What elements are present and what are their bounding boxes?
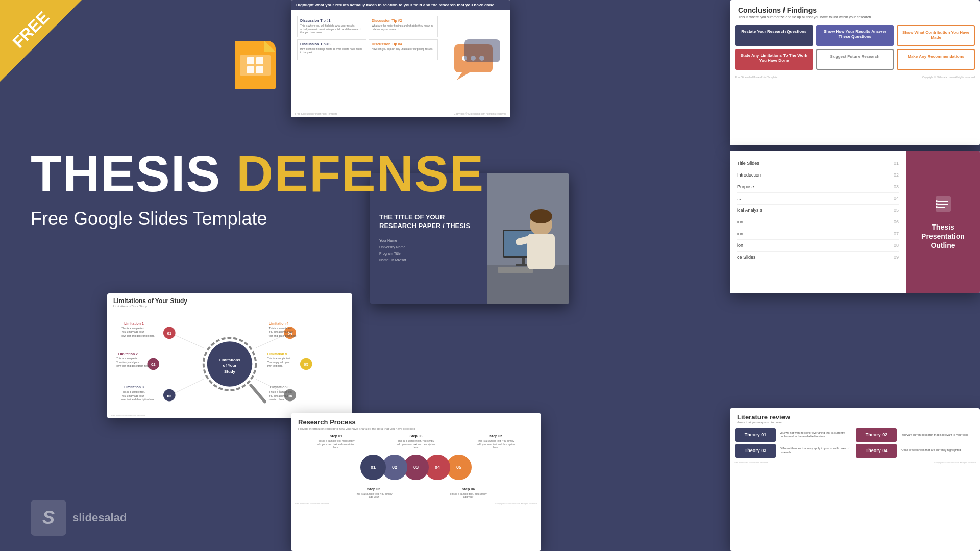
subtitle-rest: Google Slides Template bbox=[74, 208, 267, 229]
disc-tips: Discussion Tip #1 This is where you will… bbox=[291, 10, 444, 114]
slide-toc: Title Slides 01 Introduction 02 Purpose … bbox=[730, 151, 980, 293]
res-footer: Free Slidesalad PowerPoint Template Copy… bbox=[291, 501, 541, 506]
toc-item-6: ion 06 bbox=[737, 216, 899, 228]
disc-slide-header: Highlight what your results actually mea… bbox=[291, 0, 510, 10]
toc-num-6: 06 bbox=[894, 219, 899, 224]
lit-title: Literature review bbox=[737, 413, 973, 421]
res-title: Research Process bbox=[298, 418, 534, 426]
svg-text:of Your: of Your bbox=[223, 363, 237, 368]
concl-footer-right: Copyright © Slidesalad.com All rights re… bbox=[922, 76, 975, 79]
toc-item-9: ce Slides 09 bbox=[737, 252, 899, 263]
step05-title: Step 05 bbox=[476, 434, 517, 438]
lit-footer: Free Slidesalad PowerPoint Template Copy… bbox=[730, 460, 980, 465]
concl-grid: Restate Your Research Questions Show How… bbox=[730, 21, 980, 74]
lim-diagram: Limitations of Your Study 01 02 03 04 bbox=[107, 312, 352, 416]
res-step-03: Step 03 This is a sample text. You simpl… bbox=[396, 434, 436, 449]
res-step-02: Step 02 This is a sample text. You simpl… bbox=[354, 487, 395, 499]
svg-line-32 bbox=[175, 379, 204, 393]
svg-rect-5 bbox=[464, 39, 500, 62]
svg-text:You simply add your: You simply add your bbox=[121, 395, 144, 397]
person-at-computer-illustration bbox=[487, 173, 569, 304]
res-subtitle: Provide information regarding how you ha… bbox=[298, 427, 534, 430]
main-title-area: THESIS DEFENSE Free Google Slides Templa… bbox=[31, 148, 484, 230]
svg-text:This is a sample text.: This is a sample text. bbox=[269, 391, 292, 393]
thesis-info: Your Name University Name Program Title … bbox=[379, 238, 478, 263]
theory-01-label: Theory 01 bbox=[745, 432, 767, 438]
concl-box-1: Restate Your Research Questions bbox=[735, 25, 813, 46]
watermark-logo: S bbox=[31, 500, 66, 536]
svg-text:03: 03 bbox=[167, 394, 172, 398]
svg-line-29 bbox=[251, 385, 265, 402]
toc-num-3: 03 bbox=[894, 184, 899, 189]
toc-num-4: 04 bbox=[894, 196, 899, 201]
svg-text:This is a sample text.: This is a sample text. bbox=[121, 391, 145, 393]
svg-text:01: 01 bbox=[167, 331, 172, 336]
lit-subtitle: Areas that you may wish to cover bbox=[737, 421, 973, 424]
disc-footer: Free Slidesalad PowerPoint Template Copy… bbox=[291, 112, 510, 115]
theory-01-desc: you will not want to cover everything th… bbox=[778, 428, 854, 442]
theory-03-desc: Different theories that may apply to you… bbox=[778, 444, 854, 458]
title-slide-photo bbox=[487, 173, 569, 304]
svg-text:This is a sample text.: This is a sample text. bbox=[267, 357, 291, 360]
svg-text:own text and description here.: own text and description here. bbox=[121, 335, 155, 337]
toc-num-2: 02 bbox=[894, 172, 899, 178]
svg-point-12 bbox=[936, 206, 938, 208]
concl-box-4: State Any Limitations To The Work You Ha… bbox=[735, 49, 813, 70]
svg-text:You simply add your: You simply add your bbox=[121, 331, 144, 333]
toc-num-7: 07 bbox=[894, 231, 899, 236]
concl-subtitle: This is where you summarize and tie up a… bbox=[738, 15, 972, 19]
step02-title: Step 02 bbox=[354, 487, 395, 491]
lit-footer-right: Copyright © Slidesalad.com All rights re… bbox=[934, 461, 976, 464]
svg-point-10 bbox=[936, 200, 938, 202]
res-header: Research Process Provide information reg… bbox=[291, 413, 541, 432]
svg-text:own text here.: own text here. bbox=[267, 365, 283, 367]
title-thesis: THESIS bbox=[31, 145, 221, 202]
your-name: Your Name bbox=[379, 238, 478, 244]
svg-text:02: 02 bbox=[151, 362, 156, 367]
svg-rect-22 bbox=[527, 234, 555, 269]
res-footer-left: Free Slidesalad PowerPoint Template bbox=[295, 502, 329, 505]
svg-text:You sim add your own: You sim add your own bbox=[269, 331, 293, 333]
res-top-steps: Step 01 This is a sample text. You simpl… bbox=[291, 432, 541, 452]
svg-text:Limitation 4: Limitation 4 bbox=[269, 322, 289, 325]
toc-label-6: ion bbox=[737, 219, 743, 224]
svg-text:Limitations: Limitations bbox=[219, 358, 241, 362]
res-bottom-steps: Step 02 This is a sample text. You simpl… bbox=[291, 485, 541, 501]
svg-rect-19 bbox=[498, 267, 533, 273]
theory-02-desc: Relevant current research that is releva… bbox=[899, 428, 975, 442]
disc-content: Discussion Tip #1 This is where you will… bbox=[291, 10, 510, 114]
concl-box-5: Suggest Future Research bbox=[816, 49, 894, 70]
toc-label-3: Purpose bbox=[737, 184, 754, 189]
tip1-body: This is where you will highlight what yo… bbox=[300, 24, 363, 34]
svg-text:text and description here.: text and description here. bbox=[269, 335, 297, 337]
svg-text:own text and description here.: own text and description here. bbox=[121, 398, 155, 401]
concl-box-2: Show How Your Results Answer These Quest… bbox=[816, 25, 894, 46]
theory-02-label: Theory 02 bbox=[866, 432, 888, 438]
theory-box-02: Theory 02 bbox=[856, 428, 897, 442]
tip3-title: Discussion Tip #3 bbox=[300, 42, 363, 46]
toc-num-1: 01 bbox=[894, 161, 899, 166]
step03-body: This is a sample text. You simply add yo… bbox=[396, 439, 436, 449]
theory-03-label: Theory 03 bbox=[745, 448, 767, 454]
svg-text:Limitation 3: Limitation 3 bbox=[124, 385, 144, 389]
svg-point-21 bbox=[530, 209, 552, 223]
step02-body: This is a sample text. You simply add yo… bbox=[354, 492, 395, 499]
concl-footer: Free Slidesalad PowerPoint Template Copy… bbox=[730, 74, 980, 80]
concl-header: Conclusions / Findings This is where you… bbox=[730, 0, 980, 21]
svg-text:Limitation 6: Limitation 6 bbox=[270, 385, 290, 389]
toc-label-1: Title Slides bbox=[737, 161, 760, 166]
toc-checklist-icon bbox=[933, 194, 953, 217]
disc-footer-right: Copyright © Slidesalad.com All rights re… bbox=[454, 112, 506, 115]
tip2-body: What are the major findings and what do … bbox=[372, 24, 435, 31]
svg-marker-1 bbox=[457, 72, 470, 80]
theory-box-04: Theory 04 bbox=[856, 444, 897, 458]
main-title: THESIS DEFENSE bbox=[31, 148, 484, 199]
toc-label-2: Introduction bbox=[737, 172, 761, 178]
advisor-name: Name Of Advisor bbox=[379, 257, 478, 264]
disc-footer-left: Free Slidesalad PowerPoint Template bbox=[295, 112, 337, 115]
theory-box-01: Theory 01 bbox=[735, 428, 776, 442]
res-step-01: Step 01 This is a sample text. You simpl… bbox=[315, 434, 356, 449]
svg-text:06: 06 bbox=[288, 394, 292, 398]
disc-tip-4: Discussion Tip #4 How can you explain an… bbox=[369, 39, 438, 61]
title-defense: DEFENSE bbox=[236, 145, 484, 202]
